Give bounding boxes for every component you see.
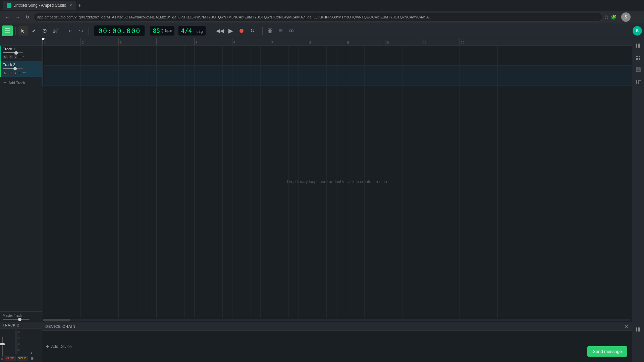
track2-bottom-label: TRACK 2 <box>0 322 42 329</box>
track-1-volume-knob[interactable] <box>14 51 18 55</box>
back-button[interactable]: ← <box>3 13 11 21</box>
subgrid-4 <box>109 46 109 318</box>
bottom-right-btn-1[interactable] <box>634 325 643 334</box>
track-2-volume[interactable] <box>3 68 23 69</box>
svg-point-3 <box>53 32 55 33</box>
ruler-mark-3: 3 <box>118 38 122 45</box>
track-2-record[interactable]: ● <box>14 71 17 75</box>
track-2-mute[interactable]: M <box>3 71 8 75</box>
scrollbar-thumb[interactable] <box>43 319 70 321</box>
track-1-mute[interactable]: M <box>3 55 8 59</box>
piano-roll-button[interactable] <box>634 65 643 74</box>
bottom-solo-btn[interactable]: SOLO <box>17 356 28 361</box>
track-2-eq[interactable]: ⊞ <box>18 71 21 75</box>
track-row-1[interactable] <box>42 46 632 66</box>
track-1-eq[interactable]: ⊞ <box>18 55 21 59</box>
grid-view-button[interactable] <box>634 53 643 62</box>
track-row-2[interactable] <box>42 66 632 86</box>
grid-line-3 <box>156 46 157 318</box>
grid-line-10 <box>422 46 422 318</box>
volume-fader[interactable] <box>2 337 3 357</box>
track-1-record[interactable]: ● <box>14 55 17 59</box>
bpm-display[interactable]: 85 ▲▼ bpm <box>150 26 174 36</box>
redo-button[interactable]: ↪ <box>76 26 86 36</box>
subgrid-10 <box>222 46 223 318</box>
device-chain-close-btn[interactable]: ✕ <box>625 324 629 329</box>
separator-3 <box>89 27 89 35</box>
new-tab-button[interactable]: + <box>78 2 81 8</box>
svg-rect-5 <box>268 29 270 31</box>
bookmark-icon[interactable]: ☆ <box>604 14 609 20</box>
quantize-button[interactable] <box>276 26 285 36</box>
menu-button[interactable] <box>2 25 13 36</box>
loop-button[interactable]: ↻ <box>248 26 257 36</box>
tab-close-btn[interactable]: × <box>69 3 72 8</box>
bottom-record-icon[interactable]: ● <box>31 351 34 355</box>
refresh-button[interactable]: ↻ <box>23 13 32 21</box>
track-2-volume-knob[interactable] <box>13 67 17 70</box>
record-button[interactable] <box>237 26 246 36</box>
user-profile-btn[interactable]: S <box>633 26 642 36</box>
master-volume-slider[interactable] <box>3 319 30 320</box>
arrange-area: 1 2 3 4 5 6 7 8 9 10 11 12 <box>42 38 632 322</box>
ruler-mark-10: 10 <box>384 38 389 45</box>
grid-line-11 <box>460 46 460 318</box>
play-button[interactable]: ▶ <box>226 26 235 36</box>
track-item-1[interactable]: Track 1 M S ● ⊞ 〜 <box>0 46 42 61</box>
undo-button[interactable]: ↩ <box>66 26 75 36</box>
grid-line-1 <box>80 46 81 318</box>
address-bar[interactable]: app.ampedstudio.com/?_gl=1*zkt20c*_ga*MT… <box>34 13 602 21</box>
ruler-mark-8: 8 <box>308 38 311 45</box>
settings-icon[interactable]: ⋮ <box>635 14 641 20</box>
track-2-name: Track 2 <box>3 63 40 67</box>
svg-rect-16 <box>638 44 639 48</box>
track-1-solo[interactable]: S <box>9 55 13 59</box>
forward-button[interactable]: → <box>13 13 21 21</box>
svg-point-4 <box>56 29 57 30</box>
add-track-button[interactable]: + Add Track <box>0 77 42 88</box>
device-chain-title: DEVICE CHAIN <box>45 324 75 328</box>
separator-4 <box>210 27 210 35</box>
track-item-2[interactable]: Track 2 M S ● ⊞ 〜 <box>0 61 42 77</box>
select-tool-button[interactable] <box>18 26 28 36</box>
track-header-spacer <box>0 38 42 46</box>
bottom-mute-btn[interactable]: MUTE <box>4 356 16 361</box>
mixer-sidebar-button[interactable] <box>634 77 643 86</box>
profile-button[interactable]: S <box>621 12 631 22</box>
timeline-ruler[interactable]: 1 2 3 4 5 6 7 8 9 10 11 12 <box>42 38 632 46</box>
send-message-button[interactable]: Send message <box>587 346 627 357</box>
extensions-icon[interactable]: 🧩 <box>611 14 616 20</box>
scrollbar-track[interactable] <box>43 319 631 321</box>
library-button[interactable] <box>634 41 643 50</box>
track-1-automation[interactable]: 〜 <box>22 55 26 60</box>
pencil-tool-button[interactable] <box>29 26 39 36</box>
main-area: Track 1 M S ● ⊞ 〜 Track 2 <box>0 38 644 322</box>
add-device-label: Add Device <box>51 344 71 349</box>
add-device-button[interactable]: + Add Device <box>46 344 72 350</box>
subgrid-7 <box>175 46 175 318</box>
svg-rect-8 <box>270 31 272 33</box>
clip-tools-button[interactable] <box>287 26 296 36</box>
horizontal-scrollbar[interactable] <box>42 318 632 322</box>
snap-button[interactable] <box>265 26 275 36</box>
ruler-mark-4: 4 <box>156 38 160 45</box>
fader-thumb[interactable] <box>0 343 5 345</box>
skip-back-button[interactable]: ◀◀ <box>215 26 225 36</box>
track2-mixer: 0 8 0 8 18 MUTE SOL <box>0 329 42 362</box>
time-signature[interactable]: 4/4 sig <box>178 26 206 36</box>
track-2-solo[interactable]: S <box>9 71 13 75</box>
scissors-tool-button[interactable] <box>51 26 60 36</box>
browser-tab-active[interactable]: Untitled Song - Amped Studio × <box>3 1 76 10</box>
track-2-automation[interactable]: 〜 <box>22 70 26 75</box>
right-sidebar <box>632 38 644 322</box>
svg-rect-13 <box>292 30 293 32</box>
grid-line-7 <box>308 46 308 318</box>
svg-rect-6 <box>270 29 272 31</box>
tempo-tool-button[interactable] <box>40 26 49 36</box>
arrange-grid[interactable]: Drop library loops here or double click … <box>42 46 632 318</box>
master-volume-knob[interactable] <box>18 318 21 321</box>
separator-5 <box>262 27 263 35</box>
ruler-mark-2: 2 <box>80 38 84 45</box>
bottom-eq-icon[interactable]: ⊞ <box>31 356 34 361</box>
track-1-volume[interactable] <box>3 52 23 53</box>
